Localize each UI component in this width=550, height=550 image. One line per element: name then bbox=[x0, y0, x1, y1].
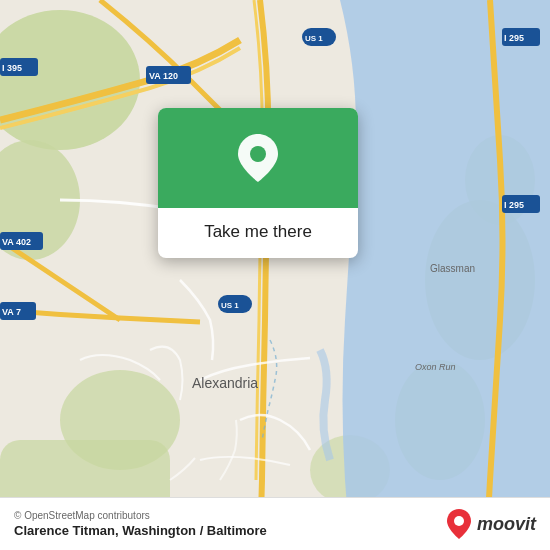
svg-text:I 295: I 295 bbox=[504, 33, 524, 43]
bottom-left-info: © OpenStreetMap contributors Clarence Ti… bbox=[14, 510, 267, 538]
svg-text:VA 402: VA 402 bbox=[2, 237, 31, 247]
svg-text:US 1: US 1 bbox=[305, 34, 323, 43]
map-container: I 395 US 1 VA 120 I 295 I 295 US 1 VA 7 … bbox=[0, 0, 550, 550]
svg-text:I 295: I 295 bbox=[504, 200, 524, 210]
svg-text:Glassman: Glassman bbox=[430, 263, 475, 274]
svg-point-28 bbox=[250, 146, 266, 162]
svg-text:Alexandria: Alexandria bbox=[192, 375, 258, 391]
svg-point-29 bbox=[454, 516, 464, 526]
map-background: I 395 US 1 VA 120 I 295 I 295 US 1 VA 7 … bbox=[0, 0, 550, 550]
svg-text:US 1: US 1 bbox=[221, 301, 239, 310]
moovit-pin-icon bbox=[445, 508, 473, 540]
location-popup: Take me there bbox=[158, 108, 358, 258]
take-me-there-button[interactable]: Take me there bbox=[204, 218, 312, 246]
bottom-bar: © OpenStreetMap contributors Clarence Ti… bbox=[0, 497, 550, 550]
osm-attribution: © OpenStreetMap contributors bbox=[14, 510, 267, 521]
svg-text:VA 7: VA 7 bbox=[2, 307, 21, 317]
svg-text:Oxon Run: Oxon Run bbox=[415, 362, 456, 372]
location-title: Clarence Titman, Washington / Baltimore bbox=[14, 523, 267, 538]
popup-button-area: Take me there bbox=[158, 208, 358, 258]
svg-text:VA 120: VA 120 bbox=[149, 71, 178, 81]
popup-header bbox=[158, 108, 358, 208]
moovit-brand-text: moovit bbox=[477, 514, 536, 535]
moovit-logo[interactable]: moovit bbox=[445, 508, 536, 540]
svg-text:I 395: I 395 bbox=[2, 63, 22, 73]
location-pin-icon bbox=[236, 132, 280, 184]
